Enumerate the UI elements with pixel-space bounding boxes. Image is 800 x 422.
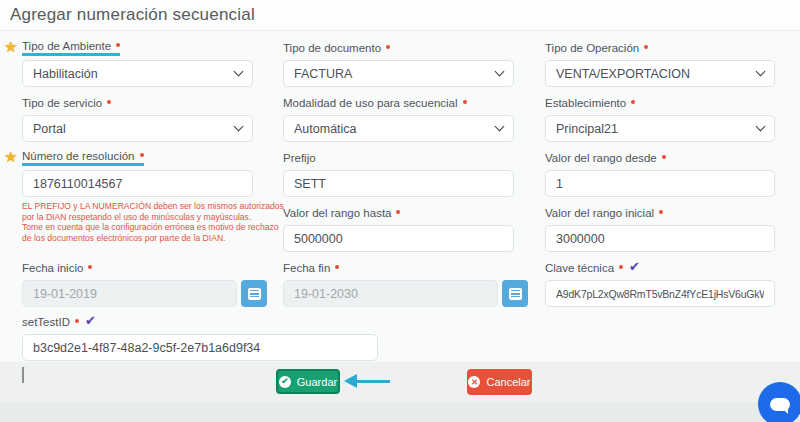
rango-desde-input[interactable] bbox=[545, 170, 775, 197]
fecha-inicio-input bbox=[22, 280, 237, 307]
required-dot bbox=[386, 45, 390, 49]
set-test-id-label: setTestID bbox=[22, 316, 70, 328]
required-dot bbox=[463, 100, 467, 104]
establecimiento-label-row: Establecimiento bbox=[545, 95, 775, 111]
field-tipo-servicio: Tipo de servicio Portal bbox=[22, 95, 253, 142]
annotation-arrow-icon bbox=[344, 374, 390, 388]
fecha-inicio-label-row: Fecha inicio bbox=[22, 260, 267, 276]
chat-bubble-icon bbox=[770, 398, 790, 411]
modalidad-label-row: Modalidad de uso para secuencial bbox=[283, 95, 514, 111]
tipo-operacion-label: Tipo de Operación bbox=[545, 42, 639, 54]
dian-warning-text: EL PREFIJO y LA NUMERACIÓN deben ser los… bbox=[22, 201, 284, 243]
numero-resolucion-input[interactable] bbox=[22, 170, 253, 197]
field-tipo-ambiente: ★ Tipo de Ambiente Habilitación bbox=[22, 40, 253, 87]
tipo-operacion-select[interactable]: VENTA/EXPORTACION bbox=[545, 60, 775, 87]
required-dot bbox=[140, 153, 144, 157]
field-fecha-inicio: Fecha inicio bbox=[22, 260, 267, 307]
calendar-icon bbox=[248, 288, 261, 300]
tipo-ambiente-label-row: ★ Tipo de Ambiente bbox=[22, 40, 253, 56]
field-rango-hasta: Valor del rango hasta bbox=[283, 205, 514, 252]
save-button[interactable]: ✔ Guardar bbox=[276, 369, 340, 394]
set-test-id-label-row: setTestID ✔ bbox=[22, 314, 378, 330]
required-dot bbox=[659, 210, 663, 214]
field-prefijo: Prefijo bbox=[283, 150, 514, 197]
clave-tecnica-input[interactable] bbox=[545, 280, 775, 307]
rango-desde-label-row: Valor del rango desde bbox=[545, 150, 775, 166]
clave-tecnica-label: Clave técnica bbox=[545, 262, 614, 274]
chevron-down-icon bbox=[495, 67, 505, 77]
warning-line-1: EL PREFIJO y LA NUMERACIÓN deben ser los… bbox=[22, 201, 284, 222]
fecha-fin-label-row: Fecha fin bbox=[283, 260, 528, 276]
rango-inicial-input[interactable] bbox=[545, 225, 775, 252]
required-dot bbox=[116, 43, 120, 47]
field-clave-tecnica: Clave técnica ✔ bbox=[545, 260, 775, 307]
establecimiento-label: Establecimiento bbox=[545, 97, 626, 109]
required-dot bbox=[631, 100, 635, 104]
required-dot bbox=[335, 265, 339, 269]
tipo-ambiente-value: Habilitación bbox=[33, 67, 98, 81]
required-dot bbox=[75, 319, 79, 323]
numero-resolucion-label: Número de resolución bbox=[22, 150, 135, 162]
establecimiento-value: Principal21 bbox=[556, 122, 618, 136]
chevron-down-icon bbox=[495, 122, 505, 132]
footer-band bbox=[0, 362, 800, 402]
verified-check-icon: ✔ bbox=[85, 313, 96, 328]
rango-hasta-input[interactable] bbox=[283, 225, 514, 252]
chat-bubble-button[interactable] bbox=[758, 382, 800, 422]
x-circle-icon: ✕ bbox=[468, 376, 480, 388]
prefijo-input[interactable] bbox=[283, 170, 514, 197]
field-tipo-documento: Tipo de documento FACTURA bbox=[283, 40, 514, 87]
fecha-fin-input bbox=[283, 280, 498, 307]
tipo-operacion-label-row: Tipo de Operación bbox=[545, 40, 775, 56]
tipo-servicio-select[interactable]: Portal bbox=[22, 115, 253, 142]
cancel-button-label: Cancelar bbox=[486, 376, 530, 388]
warning-line-2: Tome en cuenta que la configuración erró… bbox=[22, 222, 284, 243]
verified-check-icon: ✔ bbox=[629, 259, 640, 274]
tipo-documento-label-row: Tipo de documento bbox=[283, 40, 514, 56]
rango-hasta-label-row: Valor del rango hasta bbox=[283, 205, 514, 221]
tipo-documento-select[interactable]: FACTURA bbox=[283, 60, 514, 87]
chevron-down-icon bbox=[234, 67, 244, 77]
set-test-id-input[interactable] bbox=[22, 334, 378, 361]
tipo-servicio-label-row: Tipo de servicio bbox=[22, 95, 253, 111]
calendar-button[interactable] bbox=[502, 280, 528, 307]
tipo-documento-value: FACTURA bbox=[294, 67, 352, 81]
star-icon: ★ bbox=[4, 148, 17, 166]
tipo-ambiente-label: Tipo de Ambiente bbox=[22, 40, 111, 52]
fecha-inicio-label: Fecha inicio bbox=[22, 262, 83, 274]
prefijo-label: Prefijo bbox=[283, 152, 316, 164]
tipo-servicio-value: Portal bbox=[33, 122, 66, 136]
modalidad-select[interactable]: Automática bbox=[283, 115, 514, 142]
rango-hasta-label: Valor del rango hasta bbox=[283, 207, 391, 219]
tipo-operacion-value: VENTA/EXPORTACION bbox=[556, 67, 690, 81]
numero-resolucion-label-row: ★ Número de resolución bbox=[22, 150, 253, 166]
calendar-button[interactable] bbox=[241, 280, 267, 307]
establecimiento-select[interactable]: Principal21 bbox=[545, 115, 775, 142]
field-rango-inicial: Valor del rango inicial bbox=[545, 205, 775, 252]
required-dot bbox=[396, 210, 400, 214]
modalidad-value: Automática bbox=[294, 122, 357, 136]
page-title: Agregar numeración secuencial bbox=[0, 5, 255, 25]
rango-inicial-label-row: Valor del rango inicial bbox=[545, 205, 775, 221]
star-icon: ★ bbox=[4, 38, 17, 56]
calendar-icon bbox=[509, 288, 522, 300]
field-modalidad: Modalidad de uso para secuencial Automát… bbox=[283, 95, 514, 142]
save-button-label: Guardar bbox=[297, 376, 337, 388]
tipo-ambiente-select[interactable]: Habilitación bbox=[22, 60, 253, 87]
chevron-down-icon bbox=[234, 122, 244, 132]
prefijo-label-row: Prefijo bbox=[283, 150, 514, 166]
required-dot bbox=[88, 265, 92, 269]
required-dot bbox=[619, 265, 623, 269]
chevron-down-icon bbox=[756, 67, 766, 77]
bottom-strip bbox=[0, 402, 800, 422]
field-numero-resolucion: ★ Número de resolución bbox=[22, 150, 253, 197]
required-dot bbox=[644, 45, 648, 49]
chevron-down-icon bbox=[756, 122, 766, 132]
check-circle-icon: ✔ bbox=[279, 376, 291, 388]
rango-inicial-label: Valor del rango inicial bbox=[545, 207, 654, 219]
field-fecha-fin: Fecha fin bbox=[283, 260, 528, 307]
required-dot bbox=[107, 100, 111, 104]
cancel-button[interactable]: ✕ Cancelar bbox=[467, 369, 532, 395]
rango-desde-label: Valor del rango desde bbox=[545, 152, 657, 164]
tipo-documento-label: Tipo de documento bbox=[283, 42, 381, 54]
